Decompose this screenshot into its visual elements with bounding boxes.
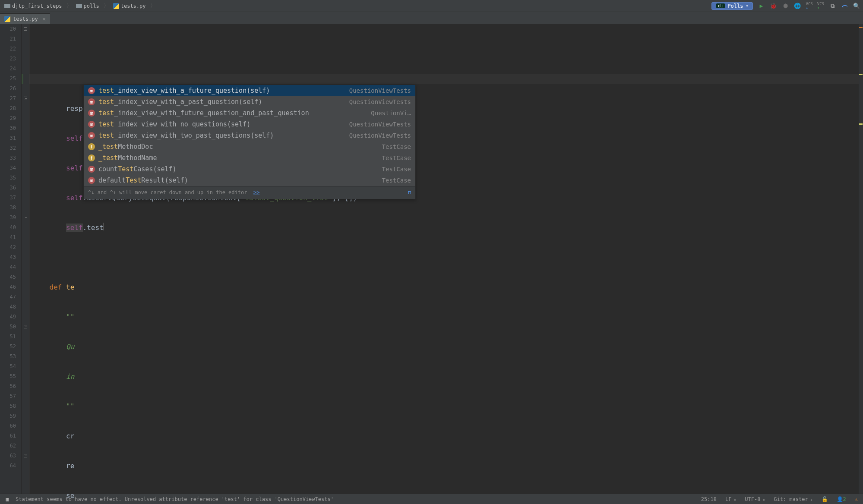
breadcrumb-root-label: djtp_first_steps: [12, 3, 62, 9]
completion-item[interactable]: mtest_index_view_with_no_questions(self)…: [84, 119, 415, 130]
pi-icon: π: [408, 188, 411, 198]
debug-button[interactable]: 🐞: [769, 2, 777, 10]
breadcrumb-folder-label: polls: [84, 3, 99, 9]
restore-layout-button[interactable]: ⧉: [828, 2, 836, 10]
completion-label: test_index_view_with_future_question_and…: [98, 108, 309, 118]
breadcrumb-file[interactable]: tests.py: [111, 2, 148, 10]
dropdown-caret-icon: ▾: [746, 3, 748, 8]
python-file-icon: [113, 3, 119, 9]
completion-source: QuestionViewTests: [349, 131, 411, 141]
completion-hint: ^↓ and ^↑ will move caret down and up in…: [88, 189, 247, 195]
browser-button[interactable]: 🌐: [793, 2, 801, 10]
completion-label: _testMethodDoc: [98, 142, 153, 152]
folder-icon: [4, 3, 10, 9]
fold-toggle-icon[interactable]: [24, 454, 27, 457]
completion-kind-icon: f: [88, 154, 95, 161]
file-tab-tests[interactable]: tests.py ×: [0, 13, 50, 24]
vcs-update-button[interactable]: VCS↓: [806, 2, 812, 10]
completion-kind-icon: m: [88, 166, 95, 173]
completion-more-link[interactable]: >>: [253, 189, 259, 195]
line-number-gutter[interactable]: 2021222324252627282930313233343536373839…: [0, 24, 22, 494]
breadcrumb-root[interactable]: djtp_first_steps: [3, 2, 64, 10]
completion-item[interactable]: mtest_index_view_with_two_past_questions…: [84, 130, 415, 141]
chevron-right-icon: 〉: [150, 2, 155, 9]
run-configuration-selector[interactable]: dj Polls ▾: [711, 2, 753, 10]
warning-marker-icon[interactable]: [859, 123, 863, 125]
completion-item[interactable]: mtest_index_view_with_future_question_an…: [84, 107, 415, 119]
completion-label: test_index_view_with_a_past_question(sel…: [98, 97, 262, 107]
current-line-highlight: [29, 74, 863, 84]
completion-label: test_index_view_with_two_past_questions(…: [98, 131, 274, 141]
completion-item[interactable]: f_testMethodNameTestCase: [84, 152, 415, 164]
code-completion-popup[interactable]: mtest_index_view_with_a_future_question(…: [83, 85, 416, 199]
completion-kind-icon: m: [88, 87, 95, 94]
back-button[interactable]: ⤺: [841, 2, 848, 10]
folder-icon: [76, 3, 82, 9]
completion-kind-icon: m: [88, 98, 95, 105]
code-editor[interactable]: """ response = self.client.get(reverse('…: [29, 24, 863, 494]
editor-tab-bar: tests.py ×: [0, 12, 863, 24]
close-tab-icon[interactable]: ×: [42, 16, 46, 22]
completion-source: TestCase: [382, 153, 411, 163]
chevron-right-icon: 〉: [66, 2, 72, 9]
python-file-icon: [4, 16, 10, 22]
completion-kind-icon: m: [88, 121, 95, 128]
django-badge-icon: dj: [716, 3, 725, 8]
completion-kind-icon: f: [88, 143, 95, 150]
search-everywhere-button[interactable]: 🔍: [853, 2, 860, 10]
completion-kind-icon: m: [88, 110, 95, 117]
fold-toggle-icon[interactable]: [24, 27, 27, 31]
completion-kind-icon: m: [88, 132, 95, 139]
completion-source: QuestionViewTests: [349, 86, 411, 96]
completion-footer: ^↓ and ^↑ will move caret down and up in…: [84, 186, 415, 199]
right-margin-guide: [634, 24, 634, 494]
completion-item[interactable]: f_testMethodDocTestCase: [84, 141, 415, 152]
fold-toggle-icon[interactable]: [24, 216, 27, 219]
run-config-name: Polls: [727, 3, 743, 9]
completion-source: TestCase: [382, 176, 411, 186]
completion-source: TestCase: [382, 142, 411, 152]
completion-label: _testMethodName: [98, 153, 157, 163]
completion-item[interactable]: mdefaultTestResult(self)TestCase: [84, 175, 415, 186]
vcs-commit-button[interactable]: VCS↑: [817, 2, 824, 10]
top-navigation-bar: djtp_first_steps 〉 polls 〉 tests.py 〉 dj…: [0, 0, 863, 12]
vcs-change-marker: [22, 74, 23, 84]
run-button[interactable]: ▶: [757, 2, 765, 10]
completion-label: countTestCases(self): [98, 164, 177, 174]
breadcrumb-file-label: tests.py: [121, 3, 146, 9]
fold-toggle-icon[interactable]: [24, 97, 27, 100]
toolbar-actions: dj Polls ▾ ▶ 🐞 ⬢ 🌐 VCS↓ VCS↑ ⧉ ⤺ 🔍: [711, 2, 860, 10]
completion-label: test_index_view_with_a_future_question(s…: [98, 86, 270, 96]
completion-source: QuestionViewTests: [349, 120, 411, 129]
fold-gutter[interactable]: [22, 24, 29, 494]
completion-kind-icon: m: [88, 177, 95, 184]
completion-label: defaultTestResult(self): [98, 176, 188, 186]
tab-label: tests.py: [13, 16, 38, 22]
warning-marker-icon[interactable]: [859, 74, 863, 75]
completion-item[interactable]: mtest_index_view_with_a_past_question(se…: [84, 96, 415, 107]
breadcrumb-folder[interactable]: polls: [74, 2, 101, 10]
completion-item[interactable]: mcountTestCases(self)TestCase: [84, 164, 415, 175]
completion-source: QuestionVi…: [371, 108, 411, 118]
completion-item[interactable]: mtest_index_view_with_a_future_question(…: [84, 85, 415, 96]
chevron-right-icon: 〉: [104, 2, 109, 9]
completion-source: QuestionViewTests: [349, 97, 411, 107]
breadcrumb: djtp_first_steps 〉 polls 〉 tests.py 〉: [3, 2, 156, 10]
run-with-coverage-button[interactable]: ⬢: [781, 2, 789, 10]
completion-label: test_index_view_with_no_questions(self): [98, 120, 250, 129]
editor-area: 2021222324252627282930313233343536373839…: [0, 24, 863, 494]
completion-source: TestCase: [382, 164, 411, 174]
fold-toggle-icon[interactable]: [24, 325, 27, 328]
editor-scrollbar[interactable]: [859, 24, 863, 494]
text-caret: [104, 223, 104, 230]
tool-window-toggle-icon[interactable]: ▦: [3, 495, 11, 503]
warning-marker-icon[interactable]: [859, 27, 863, 28]
